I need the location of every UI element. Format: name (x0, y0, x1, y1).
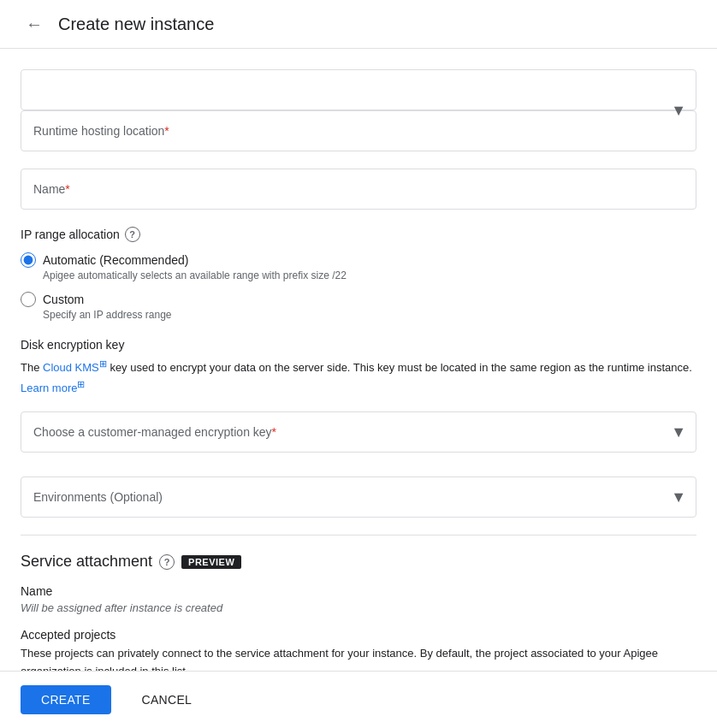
back-button[interactable]: ← (21, 10, 48, 38)
automatic-radio-description: Apigee automatically selects an availabl… (43, 269, 696, 281)
bottom-actions: CREATE CANCEL (0, 671, 717, 728)
encryption-required-asterisk: * (272, 425, 276, 439)
disk-encryption-description: The Cloud KMS⊞ key used to encrypt your … (21, 357, 696, 398)
environments-placeholder: Environments (Optional) (33, 490, 163, 504)
environments-field: Environments (Optional) ▼ (21, 476, 696, 518)
spacer (21, 470, 696, 476)
disk-desc-middle: key used to encrypt your data on the ser… (107, 361, 692, 374)
page-title: Create new instance (58, 15, 214, 34)
runtime-hosting-label: Runtime hosting location (33, 124, 164, 138)
automatic-radio-title: Automatic (Recommended) (43, 253, 188, 267)
service-attachment-name-label: Name (21, 584, 696, 598)
header: ← Create new instance (0, 0, 717, 49)
environments-select-container: Environments (Optional) ▼ (21, 476, 696, 518)
learn-more-text: Learn more (21, 382, 77, 394)
cancel-button[interactable]: CANCEL (121, 685, 213, 714)
name-required-asterisk: * (65, 182, 69, 196)
custom-radio-description: Specify an IP address range (43, 309, 696, 321)
ip-allocation-title: IP range allocation ? (21, 227, 696, 242)
automatic-radio-label[interactable]: Automatic (Recommended) (21, 252, 696, 268)
encryption-key-display[interactable]: Choose a customer-managed encryption key… (21, 411, 696, 453)
encryption-key-select-container: Choose a customer-managed encryption key… (21, 411, 696, 453)
custom-radio-title: Custom (43, 293, 84, 306)
service-attachment-name-value: Will be assigned after instance is creat… (21, 601, 696, 614)
disk-encryption-title: Disk encryption key (21, 338, 696, 352)
ip-allocation-help-icon[interactable]: ? (125, 227, 140, 242)
service-attachment-header: Service attachment ? PREVIEW (21, 553, 696, 571)
ip-allocation-radio-group: Automatic (Recommended) Apigee automatic… (21, 252, 696, 321)
custom-radio-input[interactable] (21, 292, 36, 307)
accepted-projects-label: Accepted projects (21, 628, 696, 642)
name-input-container: Name * (21, 169, 696, 210)
learn-more-external-icon: ⊞ (77, 379, 85, 389)
disk-desc-prefix: The (21, 361, 43, 374)
name-placeholder: Name (33, 182, 65, 196)
ip-allocation-section: IP range allocation ? Automatic (Recomme… (21, 227, 696, 321)
custom-radio-label[interactable]: Custom (21, 292, 696, 307)
service-attachment-help-icon[interactable]: ? (159, 554, 175, 570)
encryption-key-placeholder: Choose a customer-managed encryption key (33, 425, 272, 439)
name-field: Name * (21, 169, 696, 210)
preview-badge: PREVIEW (181, 555, 241, 569)
automatic-radio-option: Automatic (Recommended) Apigee automatic… (21, 252, 696, 281)
cloud-kms-external-icon: ⊞ (99, 358, 107, 369)
runtime-required-asterisk: * (164, 124, 169, 138)
automatic-radio-input[interactable] (21, 252, 36, 268)
runtime-hosting-select-container: Runtime hosting location * ▼ (21, 69, 696, 151)
service-attachment-name-section: Name Will be assigned after instance is … (21, 584, 696, 614)
cloud-kms-text: Cloud KMS (43, 361, 99, 374)
page-container: ← Create new instance Runtime hosting lo… (0, 0, 717, 728)
learn-more-link[interactable]: Learn more⊞ (21, 382, 85, 394)
create-button[interactable]: CREATE (21, 685, 111, 714)
environments-display[interactable]: Environments (Optional) (21, 476, 696, 518)
content-area: Runtime hosting location * ▼ Name * IP r… (0, 49, 717, 728)
back-arrow-icon: ← (26, 15, 43, 34)
disk-encryption-section: Disk encryption key The Cloud KMS⊞ key u… (21, 338, 696, 453)
cloud-kms-link[interactable]: Cloud KMS⊞ (43, 361, 107, 374)
section-divider (21, 535, 696, 536)
runtime-hosting-field: Runtime hosting location * ▼ (21, 69, 696, 151)
custom-radio-option: Custom Specify an IP address range (21, 292, 696, 321)
runtime-hosting-select[interactable] (21, 69, 696, 110)
service-attachment-title: Service attachment (21, 553, 152, 571)
name-input-display[interactable]: Name * (21, 169, 696, 210)
ip-allocation-label: IP range allocation (21, 228, 120, 241)
runtime-hosting-display[interactable]: Runtime hosting location * (21, 110, 696, 151)
